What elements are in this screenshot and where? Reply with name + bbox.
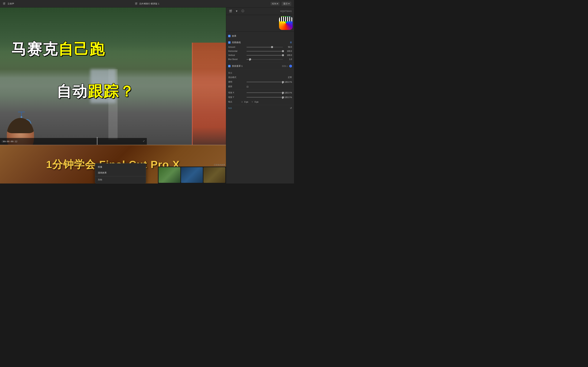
param-horizontal-value: 100.0 (284, 50, 292, 52)
scale-x-thumb[interactable]: ◆ (282, 92, 284, 94)
param-vertical-thumb[interactable] (282, 54, 284, 56)
panel-content[interactable]: 效果 高斯曲线 查 Amount 50.0 (226, 32, 294, 184)
param-vertical-slider[interactable] (247, 55, 283, 56)
anchor-x-value: 0 px (244, 101, 248, 103)
text1-part2: 自己跑 (58, 41, 105, 58)
param-horizontal-thumb[interactable] (282, 50, 284, 52)
scrubber-line[interactable] (97, 137, 97, 145)
scale-y-thumb[interactable]: ◆ (282, 96, 284, 98)
param-amount-value: 50.0 (284, 46, 292, 48)
panel-filter-btn[interactable]: ▼ (234, 9, 239, 14)
param-horizontal-fill (247, 51, 283, 51)
scale-x-diamond-icon: ◆ (282, 93, 283, 94)
thumbnail-3 (203, 167, 225, 183)
scale-y-label: 缩放 Y (228, 96, 245, 99)
effects-row: 效果 (228, 33, 292, 39)
context-menu-item-comic[interactable]: 漫画效果 (95, 170, 146, 176)
scale-x-value: 100.0 % (284, 92, 292, 94)
refresh-icon[interactable]: ↺ (290, 107, 292, 109)
display-label: 显示 (283, 2, 288, 5)
param-vertical: Vertical 100.0 (228, 53, 292, 57)
project-title: 北外滩骑行 横屏版 1 (139, 2, 159, 5)
crop-label: 裁剪 (228, 85, 245, 88)
text2-part1: 自动 (56, 83, 88, 100)
clapper-board (279, 17, 293, 21)
timecode-display: 00:00:00:12 (3, 140, 17, 143)
display-button[interactable]: 显示 ▾ (282, 2, 291, 6)
mask-checkbox[interactable] (228, 65, 231, 67)
panel-top (226, 15, 294, 32)
add-chevron: ◇ (286, 65, 288, 67)
right-panel: 🎬 ▼ ⓘ HQHT8441 效果 (226, 8, 294, 184)
effects-section: 效果 (226, 33, 294, 39)
context-menu-divider (95, 176, 146, 176)
opacity-slider[interactable]: ◆ (247, 82, 283, 82)
extra-row: 拖放 ↺ (228, 106, 292, 110)
gauss-action[interactable]: 查 (290, 41, 292, 44)
param-blur-boost: Blur Boost ◆ 1.0 (228, 57, 292, 61)
scale-y-value: 100.0 % (284, 96, 292, 99)
add-button[interactable]: 添加 ◇ (282, 65, 288, 68)
param-vertical-value: 100.0 (284, 54, 292, 56)
scale-y-row: 缩放 Y ◆ 100.0 % (228, 95, 292, 100)
gauss-checkbox[interactable] (228, 41, 231, 44)
text-overlay-2: 自动跟踪？ (56, 81, 135, 102)
crop-row: 裁剪 ⊡ (228, 84, 292, 89)
blend-mode-label: 混合模式 (228, 76, 236, 79)
scale-y-slider[interactable]: ◆ (247, 97, 283, 98)
effects-checkbox[interactable] (228, 35, 231, 37)
film-icon-center: 🎬 (135, 2, 138, 5)
opacity-label: 透明 (228, 81, 245, 83)
installed-effects-label: 已安装的效果 (214, 164, 225, 166)
gauss-label: 高斯曲线 (232, 41, 289, 44)
param-vertical-label: Vertical (228, 54, 245, 56)
panel-info-btn[interactable]: ⓘ (240, 9, 245, 14)
text-overlay-1: 马赛克自己跑 (11, 39, 105, 59)
param-blur-boost-value: 1.0 (284, 58, 292, 60)
expand-icon[interactable]: ⤢ (142, 139, 146, 143)
top-bar-center: 🎬 北外滩骑行 横屏版 1 (135, 2, 159, 5)
context-menu-item-rotoscope[interactable]: 抠像 (95, 164, 146, 170)
composite-section: 复合 混合模式 正常 透明 ◆ 100.0 % (226, 69, 294, 90)
panel-id: HQHT8441 (280, 10, 292, 12)
opacity-row: 透明 ◆ 100.0 % (228, 80, 292, 84)
text2-part2: 跟踪？ (88, 83, 135, 100)
scale-x-slider[interactable]: ◆ (247, 92, 283, 93)
gauss-section: 高斯曲线 查 Amount 50.0 Horizontal (226, 39, 294, 63)
display-chevron: ▾ (288, 2, 290, 5)
main-layout: 马赛克自己跑 自动跟踪？ ⬡ ▾ 00:00:00:12 ⤢ 1分钟学会 Fin… (0, 8, 294, 184)
effects-label: 效果 (232, 34, 292, 38)
param-horizontal-label: Horizontal (228, 50, 245, 52)
scale-x-row: 缩放 X ◆ 100.0 % (228, 90, 292, 95)
mask-section: 形状遮罩 1 添加 ◇ (226, 63, 294, 69)
blend-mode-row: 混合模式 正常 (228, 75, 292, 80)
opacity-diamond-icon: ◆ (282, 82, 283, 84)
timeline-thumbnails (158, 167, 226, 184)
panel-header: 🎬 ▼ ⓘ HQHT8441 (226, 8, 294, 15)
scale-x-fill (247, 92, 283, 93)
opacity-thumb[interactable]: ◆ (282, 81, 284, 83)
param-blur-boost-thumb[interactable]: ◆ (249, 58, 251, 60)
param-horizontal-slider[interactable] (247, 51, 283, 51)
gauss-row: 高斯曲线 查 (228, 40, 292, 45)
zoom-control[interactable]: 41% ▾ (270, 2, 279, 5)
anchor-y-label: Y (252, 101, 253, 103)
crop-icon[interactable]: ⊡ (247, 85, 249, 88)
param-amount-thumb[interactable] (271, 46, 273, 48)
text1-part1: 马赛克 (11, 41, 58, 58)
context-menu-item-direction[interactable]: 方向 (95, 177, 146, 183)
audio-label: 立体声 (8, 2, 14, 5)
param-amount-fill (247, 47, 272, 47)
composite-section-label: 复合 (228, 70, 292, 75)
transform-section: 缩放 X ◆ 100.0 % 缩放 Y ◆ (226, 90, 294, 111)
param-amount-slider[interactable] (247, 47, 283, 47)
mask-circle-indicator[interactable] (289, 65, 292, 67)
extra-label: 拖放 (228, 107, 289, 109)
mask-header-row: 形状遮罩 1 添加 ◇ (228, 64, 292, 69)
scale-y-fill (247, 97, 283, 98)
param-amount-label: Amount (228, 46, 245, 48)
fcpx-logo-inner (279, 16, 293, 30)
param-blur-boost-slider[interactable]: ◆ (247, 59, 283, 60)
panel-film-btn[interactable]: 🎬 (228, 9, 233, 14)
top-bar-right: 41% ▾ 显示 ▾ (270, 2, 291, 6)
